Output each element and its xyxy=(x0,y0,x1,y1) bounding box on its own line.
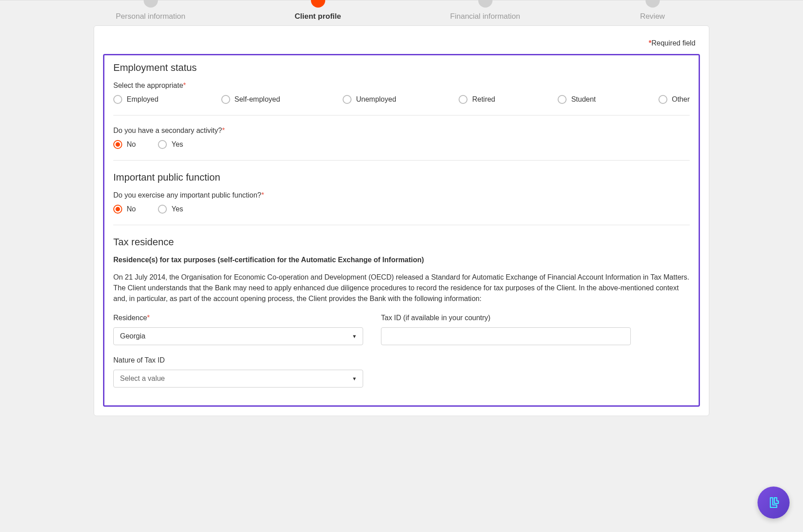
nature-select-wrapper: Select a value ▼ xyxy=(113,370,363,388)
secondary-activity-radio-group: No Yes xyxy=(113,140,690,149)
radio-other[interactable]: Other xyxy=(658,95,690,104)
nature-tax-id-label: Nature of Tax ID xyxy=(113,356,363,364)
label-text: Residence xyxy=(113,314,147,322)
step-review[interactable]: Review xyxy=(569,0,736,21)
employment-title: Employment status xyxy=(113,62,690,74)
radio-label: Other xyxy=(672,95,690,103)
asterisk-icon: * xyxy=(261,191,264,199)
employment-status-radio-group: Employed Self-employed Unemployed Retire… xyxy=(113,95,690,104)
step-circle-icon xyxy=(646,0,660,8)
tax-residence-section: Tax residence Residence(s) for tax purpo… xyxy=(104,236,699,388)
radio-icon xyxy=(459,95,468,104)
radio-icon xyxy=(158,140,167,149)
form-card: *Required field Employment status Select… xyxy=(94,25,709,416)
required-field-note: *Required field xyxy=(94,39,709,54)
step-personal-information[interactable]: Personal information xyxy=(67,0,234,21)
radio-icon xyxy=(558,95,567,104)
logo-icon xyxy=(766,495,782,511)
asterisk-icon: * xyxy=(222,127,225,134)
radio-icon xyxy=(113,140,122,149)
highlighted-form-region: Employment status Select the appropriate… xyxy=(103,54,700,407)
floating-help-badge[interactable] xyxy=(757,487,790,519)
tax-subtitle: Residence(s) for tax purposes (self-cert… xyxy=(113,256,690,264)
divider xyxy=(113,115,690,115)
nature-tax-id-field-group: Nature of Tax ID Select a value ▼ xyxy=(113,356,363,388)
step-client-profile[interactable]: Client profile xyxy=(234,0,402,21)
asterisk-icon: * xyxy=(183,82,186,89)
employment-section: Employment status Select the appropriate… xyxy=(104,62,699,104)
radio-icon xyxy=(343,95,352,104)
radio-label: Retired xyxy=(472,95,495,103)
step-label: Financial information xyxy=(450,12,520,21)
secondary-activity-section: Do you have a secondary activity?* No Ye… xyxy=(104,127,699,149)
radio-employed[interactable]: Employed xyxy=(113,95,158,104)
radio-icon xyxy=(113,205,122,214)
radio-self-employed[interactable]: Self-employed xyxy=(221,95,280,104)
public-function-title: Important public function xyxy=(113,172,690,183)
employment-status-label: Select the appropriate* xyxy=(113,82,690,90)
step-circle-icon xyxy=(311,0,325,8)
tax-form-row-1: Residence* Georgia ▼ Tax ID (if availabl… xyxy=(113,314,690,345)
tax-description: On 21 July 2014, the Organisation for Ec… xyxy=(113,272,690,304)
step-label: Client profile xyxy=(295,12,341,21)
residence-select-wrapper: Georgia ▼ xyxy=(113,327,363,345)
step-financial-information[interactable]: Financial information xyxy=(402,0,569,21)
tax-form-row-2: Nature of Tax ID Select a value ▼ xyxy=(113,356,690,388)
residence-select[interactable]: Georgia xyxy=(113,327,363,345)
step-label: Personal information xyxy=(116,12,186,21)
residence-label: Residence* xyxy=(113,314,363,322)
required-field-text: Required field xyxy=(651,39,695,47)
radio-label: Unemployed xyxy=(356,95,396,103)
step-circle-icon xyxy=(144,0,158,8)
radio-label: Self-employed xyxy=(235,95,280,103)
public-function-section: Important public function Do you exercis… xyxy=(104,172,699,214)
tax-residence-title: Tax residence xyxy=(113,236,690,248)
radio-icon xyxy=(658,95,667,104)
radio-public-function-no[interactable]: No xyxy=(113,205,136,214)
radio-retired[interactable]: Retired xyxy=(459,95,495,104)
tax-id-field-group: Tax ID (if available in your country) xyxy=(381,314,631,345)
radio-icon xyxy=(113,95,122,104)
radio-secondary-no[interactable]: No xyxy=(113,140,136,149)
radio-label: Yes xyxy=(171,205,183,213)
step-circle-icon xyxy=(478,0,493,8)
secondary-activity-label: Do you have a secondary activity?* xyxy=(113,127,690,135)
label-text: Do you have a secondary activity? xyxy=(113,127,222,134)
public-function-label: Do you exercise any important public fun… xyxy=(113,191,690,199)
nature-tax-id-select[interactable]: Select a value xyxy=(113,370,363,388)
public-function-radio-group: No Yes xyxy=(113,205,690,214)
radio-label: No xyxy=(127,205,136,213)
label-text: Select the appropriate xyxy=(113,82,183,89)
radio-secondary-yes[interactable]: Yes xyxy=(158,140,183,149)
progress-stepper: Personal information Client profile Fina… xyxy=(0,0,803,21)
radio-label: Yes xyxy=(171,140,183,148)
step-label: Review xyxy=(640,12,665,21)
residence-field-group: Residence* Georgia ▼ xyxy=(113,314,363,345)
radio-icon xyxy=(221,95,230,104)
label-text: Do you exercise any important public fun… xyxy=(113,191,261,199)
radio-label: Student xyxy=(571,95,596,103)
tax-id-label: Tax ID (if available in your country) xyxy=(381,314,631,322)
radio-unemployed[interactable]: Unemployed xyxy=(343,95,396,104)
radio-icon xyxy=(158,205,167,214)
divider xyxy=(113,160,690,161)
tax-id-input[interactable] xyxy=(381,327,631,345)
radio-label: No xyxy=(127,140,136,148)
radio-student[interactable]: Student xyxy=(558,95,596,104)
radio-label: Employed xyxy=(127,95,158,103)
asterisk-icon: * xyxy=(147,314,150,322)
divider xyxy=(113,225,690,225)
radio-public-function-yes[interactable]: Yes xyxy=(158,205,183,214)
